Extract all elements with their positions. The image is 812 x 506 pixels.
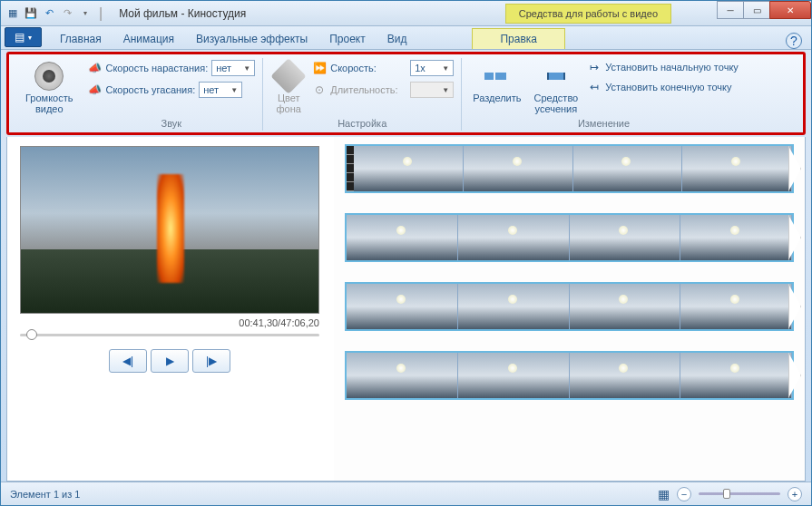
- clip-row[interactable]: [345, 213, 794, 262]
- ribbon-group-edit: Разделить Средство усечения ↦ Установить…: [462, 58, 746, 131]
- undo-icon[interactable]: ↶: [41, 5, 57, 22]
- fadein-value: нет: [216, 63, 231, 73]
- clip-arrow-icon: [788, 284, 801, 329]
- context-tab-group-label: Средства для работы с видео: [505, 4, 671, 24]
- volume-label: Громкость видео: [25, 92, 73, 114]
- speaker-icon: [34, 62, 64, 91]
- minimize-button[interactable]: ─: [717, 1, 744, 19]
- set-start-label: Установить начальную точку: [605, 62, 739, 73]
- set-end-icon: ↤: [587, 80, 602, 94]
- set-start-icon: ↦: [587, 60, 602, 74]
- help-icon[interactable]: ?: [786, 33, 802, 49]
- clip-arrow-icon: [788, 146, 801, 191]
- duration-icon: ⊙: [312, 83, 327, 97]
- clip-arrow-icon: [788, 353, 801, 398]
- title-separator: |: [99, 5, 103, 22]
- project-name: Мой фильм: [119, 7, 178, 20]
- chevron-down-icon: ▼: [442, 86, 449, 94]
- tab-home[interactable]: Главная: [49, 29, 113, 49]
- window-controls: ─ ▭ ✕: [718, 1, 811, 19]
- preview-pane: 00:41,30/47:06,20 ◀| ▶ |▶: [7, 137, 334, 481]
- prev-frame-button[interactable]: ◀|: [109, 349, 147, 373]
- set-end-button[interactable]: ↤ Установить конечную точку: [587, 80, 739, 94]
- fadeout-combo[interactable]: нет▼: [199, 82, 242, 98]
- playback-controls: ◀| ▶ |▶: [20, 349, 319, 373]
- quick-access-toolbar: ▦ 💾 ↶ ↷ ▾: [5, 5, 93, 22]
- tab-effects[interactable]: Визуальные эффекты: [185, 29, 318, 49]
- clip-row[interactable]: [345, 351, 794, 400]
- film-edge-icon: [347, 146, 354, 191]
- set-end-label: Установить конечную точку: [605, 82, 731, 92]
- speed-label: Скорость:: [330, 63, 406, 73]
- status-right: ▦ − +: [658, 487, 802, 501]
- chevron-down-icon: ▼: [230, 86, 238, 94]
- seek-slider[interactable]: [20, 334, 319, 336]
- window-title: Мой фильм - Киностудия: [119, 7, 246, 20]
- app-window: ▦ 💾 ↶ ↷ ▾ | Мой фильм - Киностудия Средс…: [0, 0, 812, 506]
- zoom-slider[interactable]: [699, 492, 780, 495]
- timeline-pane[interactable]: [334, 137, 805, 481]
- zoom-in-button[interactable]: +: [788, 487, 802, 501]
- next-frame-button[interactable]: |▶: [192, 349, 230, 373]
- seek-track: [20, 334, 319, 336]
- statusbar: Элемент 1 из 1 ▦ − +: [1, 482, 811, 505]
- fadein-label: Скорость нарастания:: [105, 63, 208, 73]
- split-button[interactable]: Разделить: [469, 60, 524, 105]
- bgcolor-label: Цвет фона: [277, 92, 301, 114]
- fadein-icon: 📣: [87, 61, 102, 75]
- video-preview[interactable]: [20, 146, 319, 314]
- ribbon: Громкость видео 📣 Скорость нарастания: н…: [6, 52, 806, 135]
- app-icon: ▦: [5, 5, 21, 22]
- clip-row[interactable]: [345, 282, 794, 331]
- trim-label: Средство усечения: [534, 92, 579, 114]
- fadeout-label: Скорость угасания:: [105, 84, 195, 95]
- bgcolor-button: Цвет фона: [270, 60, 307, 116]
- clip-thumbs: [347, 215, 792, 260]
- set-start-button[interactable]: ↦ Установить начальную точку: [587, 60, 739, 74]
- seek-thumb[interactable]: [26, 329, 37, 340]
- ribbon-group-adjust: Цвет фона ⏩ Скорость: 1x▼ ⊙ Длительность…: [263, 58, 462, 131]
- speed-combo[interactable]: 1x▼: [410, 60, 454, 76]
- clip-thumbs: [347, 353, 792, 398]
- file-menu-button[interactable]: ▤ ▾: [5, 27, 42, 47]
- clip-thumbs: [354, 146, 792, 191]
- close-button[interactable]: ✕: [769, 1, 811, 19]
- qat-dropdown-icon[interactable]: ▾: [77, 5, 93, 22]
- chevron-down-icon: ▼: [243, 64, 250, 73]
- tab-view[interactable]: Вид: [377, 29, 418, 49]
- maximize-button[interactable]: ▭: [743, 1, 770, 19]
- clip-arrow-icon: [788, 215, 801, 260]
- tab-project[interactable]: Проект: [318, 29, 377, 49]
- trim-button[interactable]: Средство усечения: [531, 60, 582, 116]
- group-label-adjust: Настройка: [338, 118, 386, 129]
- fadein-combo[interactable]: нет▼: [211, 60, 255, 76]
- clip-row[interactable]: [345, 144, 794, 193]
- zoom-thumb[interactable]: [723, 489, 730, 499]
- split-icon: [483, 62, 512, 91]
- speed-value: 1x: [415, 63, 426, 73]
- redo-icon[interactable]: ↷: [59, 5, 75, 22]
- time-display: 00:41,30/47:06,20: [20, 317, 319, 328]
- play-button[interactable]: ▶: [151, 349, 189, 373]
- content-area: 00:41,30/47:06,20 ◀| ▶ |▶: [6, 137, 806, 482]
- chevron-down-icon: ▾: [28, 34, 32, 42]
- chevron-down-icon: ▼: [442, 64, 449, 73]
- titlebar: ▦ 💾 ↶ ↷ ▾ | Мой фильм - Киностудия Средс…: [1, 1, 811, 26]
- preview-fire: [157, 174, 184, 283]
- app-name: Киностудия: [188, 7, 246, 20]
- tab-edit[interactable]: Правка: [472, 28, 565, 49]
- diamond-icon: [274, 62, 303, 91]
- fadeout-value: нет: [203, 84, 219, 95]
- volume-button[interactable]: Громкость видео: [22, 60, 76, 116]
- tab-animation[interactable]: Анимация: [113, 29, 185, 49]
- speed-icon: ⏩: [312, 61, 327, 75]
- fadeout-icon: 📣: [87, 83, 102, 97]
- zoom-out-button[interactable]: −: [677, 487, 691, 501]
- ribbon-tabs: ▤ ▾ Главная Анимация Визуальные эффекты …: [1, 26, 811, 50]
- ribbon-group-sound: 📣 Скорость нарастания: нет▼ 📣 Скорость у…: [80, 58, 263, 131]
- split-label: Разделить: [473, 92, 521, 103]
- thumbnails-view-icon[interactable]: ▦: [658, 487, 670, 501]
- save-icon[interactable]: 💾: [23, 5, 39, 22]
- file-menu-icon: ▤: [15, 31, 24, 44]
- trim-icon: [542, 62, 571, 91]
